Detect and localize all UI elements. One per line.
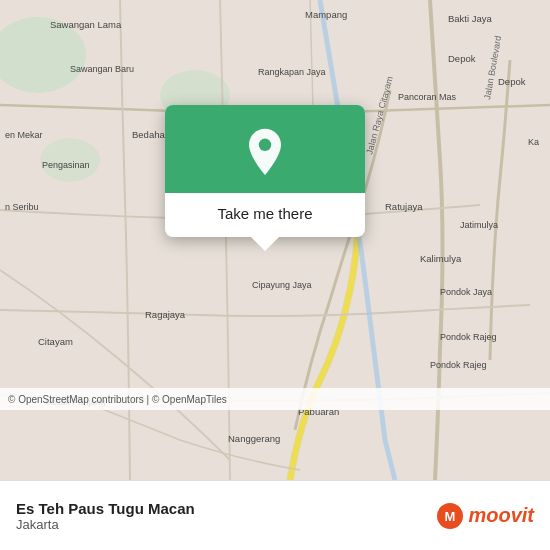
svg-text:Ragajaya: Ragajaya <box>145 309 186 320</box>
svg-text:Rangkapan Jaya: Rangkapan Jaya <box>258 67 326 77</box>
bottom-bar: Es Teh Paus Tugu Macan Jakarta M moovit <box>0 480 550 550</box>
map-container: Jalan Raya Citayam Jalan Boulevard Sawan… <box>0 0 550 480</box>
place-city: Jakarta <box>16 517 195 532</box>
svg-text:Cipayung Jaya: Cipayung Jaya <box>252 280 312 290</box>
popup-green-header <box>165 105 365 193</box>
svg-text:Bakti Jaya: Bakti Jaya <box>448 13 493 24</box>
svg-text:Depok: Depok <box>498 76 526 87</box>
svg-point-31 <box>259 139 271 151</box>
location-pin-icon <box>241 127 289 175</box>
svg-text:Ratujaya: Ratujaya <box>385 201 423 212</box>
svg-text:M: M <box>445 509 456 524</box>
svg-text:Mampang: Mampang <box>305 9 347 20</box>
svg-text:Pondok Rajeg: Pondok Rajeg <box>430 360 487 370</box>
moovit-brand-text: moovit <box>468 504 534 527</box>
svg-text:Jatimulya: Jatimulya <box>460 220 498 230</box>
svg-text:Pondok Jaya: Pondok Jaya <box>440 287 492 297</box>
svg-text:Pancoran Mas: Pancoran Mas <box>398 92 457 102</box>
svg-text:Citayam: Citayam <box>38 336 73 347</box>
take-me-there-button[interactable]: Take me there <box>217 205 312 222</box>
svg-text:Kalimulya: Kalimulya <box>420 253 462 264</box>
svg-text:Sawangan Lama: Sawangan Lama <box>50 19 122 30</box>
place-name: Es Teh Paus Tugu Macan <box>16 500 195 517</box>
svg-text:Ka: Ka <box>528 137 539 147</box>
moovit-logo: M moovit <box>436 502 534 530</box>
svg-text:Depok: Depok <box>448 53 476 64</box>
popup-card: Take me there <box>165 105 365 237</box>
attribution-bar: © OpenStreetMap contributors | © OpenMap… <box>0 388 550 410</box>
svg-text:en Mekar: en Mekar <box>5 130 43 140</box>
svg-text:Nanggerang: Nanggerang <box>228 433 280 444</box>
popup-triangle <box>251 237 279 251</box>
svg-text:n Seribu: n Seribu <box>5 202 39 212</box>
svg-text:Pondok Rajeg: Pondok Rajeg <box>440 332 497 342</box>
place-info: Es Teh Paus Tugu Macan Jakarta <box>16 500 195 532</box>
attribution-text: © OpenStreetMap contributors | © OpenMap… <box>8 394 227 405</box>
popup-label-row: Take me there <box>165 193 365 237</box>
svg-text:Sawangan Baru: Sawangan Baru <box>70 64 134 74</box>
moovit-icon: M <box>436 502 464 530</box>
svg-text:Pengasinan: Pengasinan <box>42 160 90 170</box>
